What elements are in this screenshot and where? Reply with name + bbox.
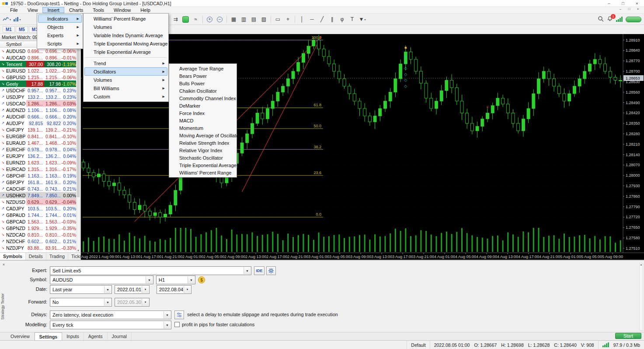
ide-button[interactable]: IDE bbox=[254, 266, 265, 275]
tester-tab-settings[interactable]: Settings bbox=[35, 332, 62, 340]
deposit-currency-icon[interactable]: $ bbox=[198, 276, 205, 283]
market-watch-row-usdchf[interactable]: ↗USDCHF0.957...0.957...0.23% bbox=[0, 87, 80, 94]
delay-settings-icon[interactable] bbox=[174, 311, 184, 319]
date-to-field[interactable]: 2022.08.04▾ bbox=[157, 285, 191, 294]
indicator-group-bill-williams[interactable]: Bill Williams▶ bbox=[84, 84, 167, 92]
notifications-bell-icon[interactable]: 1 bbox=[607, 16, 613, 23]
tester-tab-agents[interactable]: Agents bbox=[84, 332, 108, 340]
dropdown-arrow-icon[interactable]: ▼ bbox=[164, 311, 171, 318]
market-watch-tab-trading[interactable]: Trading bbox=[46, 253, 68, 260]
tile-windows-icon[interactable]: ▥ bbox=[239, 15, 248, 24]
market-watch-row-eurgbp[interactable]: ↘EURGBP0.841...0.841...-0.10% bbox=[0, 133, 80, 140]
algo-trading-icon[interactable] bbox=[181, 15, 190, 24]
insert-item-scripts[interactable]: Scripts▶ bbox=[38, 39, 82, 48]
market-watch-row-nzdjpy[interactable]: ↘NZDJPY83.88...83.91...-0.33% bbox=[0, 244, 80, 251]
market-watch-row-usdcad[interactable]: ↗USDCAD1.286...1.286...0.03% bbox=[0, 100, 80, 107]
zoom-out-icon[interactable]: − bbox=[215, 15, 224, 24]
menu-window[interactable]: Window bbox=[109, 7, 136, 13]
market-watch-row-chfjpy[interactable]: ↘CHFJPY139.1...139.2...-0.21% bbox=[0, 126, 80, 133]
oscillator-bears-power[interactable]: Bears Power bbox=[170, 72, 236, 80]
tester-scrollbar[interactable]: ▲ bbox=[639, 263, 643, 331]
timeframe-m5-button[interactable]: M5 bbox=[16, 26, 28, 33]
tester-tab-overview[interactable]: Overview bbox=[6, 332, 35, 340]
menu-tools[interactable]: Tools bbox=[88, 7, 109, 13]
restore-button[interactable]: □ bbox=[616, 0, 630, 7]
minimize-button[interactable]: – bbox=[602, 0, 616, 7]
scrollbar-thumb[interactable] bbox=[77, 49, 80, 197]
indicator-recent-volumes[interactable]: Volumes bbox=[84, 23, 167, 31]
text-label-icon[interactable]: T bbox=[348, 15, 357, 24]
oscillator-force-index[interactable]: Force Index bbox=[170, 109, 236, 117]
timeframe-m1-button[interactable]: M1 bbox=[3, 26, 15, 33]
forward-date-field[interactable]: 2022.05.30▾ bbox=[115, 298, 150, 307]
oscillator-triple-exponential-average[interactable]: Triple Exponential Average bbox=[170, 161, 236, 169]
oscillator-williams-percent-range[interactable]: Williams' Percent Range bbox=[170, 169, 236, 176]
tester-tab-journal[interactable]: Journal bbox=[108, 332, 132, 340]
market-watch-row-geely[interactable]: ↘Geely17.8817.98-1.07% bbox=[0, 80, 80, 87]
profit-pips-checkbox[interactable] bbox=[174, 322, 180, 327]
oscillator-relative-vigor-index[interactable]: Relative Vigor Index bbox=[170, 147, 236, 154]
expert-select[interactable]: Sell Limit.ex5▼ bbox=[50, 266, 251, 275]
oscillator-momentum[interactable]: Momentum bbox=[170, 124, 236, 132]
menu-insert[interactable]: Insert bbox=[42, 7, 64, 13]
dropdown-arrow-icon[interactable]: ▼ bbox=[188, 276, 195, 283]
chart-minimize-button[interactable]: – bbox=[616, 7, 625, 13]
indicator-recent-triple-exponential-average[interactable]: Triple Exponential Average bbox=[84, 48, 167, 56]
chart-restore-button[interactable]: □ bbox=[625, 7, 634, 13]
chart-type-icon[interactable]: ▾ bbox=[2, 15, 11, 24]
menu-file[interactable]: File bbox=[5, 7, 23, 13]
cursor-icon[interactable]: ▭ bbox=[273, 15, 282, 24]
market-watch-row-eurchf[interactable]: ↗EURCHF0.978...0.978...0.04% bbox=[0, 146, 80, 153]
indicator-group-oscillators[interactable]: Oscillators▶ bbox=[84, 67, 167, 76]
oscillator-chaikin-oscillator[interactable]: Chaikin Oscillator bbox=[170, 87, 236, 94]
calendar-dropdown-icon[interactable]: ▾ bbox=[142, 299, 149, 306]
bar-shift-icon[interactable]: ⇉ bbox=[171, 15, 180, 24]
fibonacci-icon[interactable]: φ bbox=[338, 15, 347, 24]
menu-help[interactable]: Help bbox=[136, 7, 155, 13]
market-watch-tab-details[interactable]: Details bbox=[26, 253, 46, 260]
oscillator-average-true-range[interactable]: Average True Range bbox=[170, 65, 236, 72]
search-icon[interactable] bbox=[598, 16, 604, 23]
market-watch-row-eurcad[interactable]: ↘EURCAD1.315...1.316...-0.17% bbox=[0, 166, 80, 172]
tester-tab-inputs[interactable]: Inputs bbox=[62, 332, 84, 340]
dropdown-arrow-icon[interactable]: ▼ bbox=[244, 267, 251, 274]
trend-line-icon[interactable]: ╱ bbox=[317, 15, 327, 24]
market-watch-row-gbpcad[interactable]: ↘GBPCAD1.563...1.563...-0.03% bbox=[0, 218, 80, 225]
market-watch-row-eurnzd[interactable]: ↘EURNZD1.623...1.623...-0.09% bbox=[0, 159, 80, 166]
forward-select[interactable]: No▼ bbox=[50, 298, 112, 307]
date-preset-select[interactable]: Last year▼ bbox=[50, 285, 112, 294]
start-button[interactable]: Start bbox=[615, 333, 641, 339]
market-watch-row-gbpnzd[interactable]: ↘GBPNZD1.929...1.929...-0.35% bbox=[0, 225, 80, 231]
profiles-icon[interactable]: ▾ bbox=[12, 15, 21, 24]
market-watch-row-audjpy[interactable]: ↗AUDJPY92.81592.8220.20% bbox=[0, 120, 80, 126]
market-watch-row-usdhkd[interactable]: ↗USDHKD7.849...7.850...0.00% bbox=[0, 192, 80, 199]
market-watch-row-gbpusd[interactable]: ↘GBPUSD1.215...1.215...-0.06% bbox=[0, 74, 80, 80]
market-watch-row-audchf[interactable]: ↗AUDCHF0.666...0.666...0.20% bbox=[0, 113, 80, 120]
calendar-dropdown-icon[interactable]: ▾ bbox=[142, 286, 149, 293]
cascade-windows-icon[interactable]: ▤ bbox=[249, 15, 258, 24]
symbol-select[interactable]: AUDUSD▼ bbox=[50, 276, 153, 284]
oscillator-relative-strength-index[interactable]: Relative Strength Index bbox=[170, 139, 236, 147]
market-watch-row-audnzd[interactable]: ↗AUDNZD1.106...1.106...0.08% bbox=[0, 107, 80, 113]
indicator-group-trend[interactable]: Trend▶ bbox=[84, 59, 167, 67]
zoom-in-icon[interactable]: + bbox=[205, 15, 214, 24]
market-watch-row-audcad[interactable]: ↘AUDCAD0.896...0.896...-0.01% bbox=[0, 54, 80, 61]
market-watch-row-eurjpy[interactable]: ↗EURJPY136.2...136.2...0.04% bbox=[0, 153, 80, 159]
insert-item-objects[interactable]: Objects▶ bbox=[38, 23, 82, 31]
oscillator-bulls-power[interactable]: Bulls Power bbox=[170, 80, 236, 87]
channel-icon[interactable]: ∥ bbox=[327, 15, 337, 24]
modelling-select[interactable]: Every tick▼ bbox=[50, 321, 171, 329]
market-watch-tab-symbols[interactable]: Symbols bbox=[0, 253, 26, 260]
market-watch-row-eurusd[interactable]: ↘EURUSD1.022...1.022...-0.19% bbox=[0, 67, 80, 74]
profile-status[interactable]: Default bbox=[407, 341, 429, 349]
dropdown-arrow-icon[interactable]: ▼ bbox=[164, 321, 171, 328]
oscillator-macd[interactable]: MACD bbox=[170, 117, 236, 124]
oscillator-commodity-channel-index[interactable]: Commodity Channel Index bbox=[170, 94, 236, 102]
arrow-tools-icon[interactable]: ▼▾ bbox=[358, 15, 367, 24]
market-watch-row-nzdusd[interactable]: ↘NZDUSD0.629...0.629...-0.04% bbox=[0, 199, 80, 205]
chart-close-button[interactable]: × bbox=[634, 7, 642, 13]
tester-vertical-label[interactable]: Strategy Tester bbox=[0, 283, 5, 331]
market-watch-row-tencent[interactable]: ↘Tencent307.00308.20-1.19% bbox=[0, 61, 80, 67]
market-watch-row-usdjpy[interactable]: ↗USDJPY133.2...133.2...0.23% bbox=[0, 94, 80, 100]
oscillator-stochastic-oscillator[interactable]: Stochastic Oscillator bbox=[170, 154, 236, 161]
